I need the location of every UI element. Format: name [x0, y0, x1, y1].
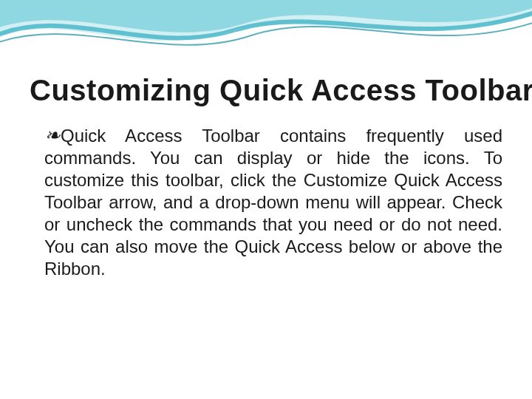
slide-body: ❧Quick Access Toolbar contains frequentl… — [44, 125, 502, 280]
slide-body-text: Quick Access Toolbar contains frequently… — [44, 126, 502, 279]
bullet-icon: ❧ — [44, 125, 61, 146]
slide: Customizing Quick Access Toolbar ❧Quick … — [0, 0, 532, 399]
slide-title: Customizing Quick Access Toolbar — [30, 74, 502, 107]
slide-body-wrap: ❧Quick Access Toolbar contains frequentl… — [30, 125, 502, 280]
